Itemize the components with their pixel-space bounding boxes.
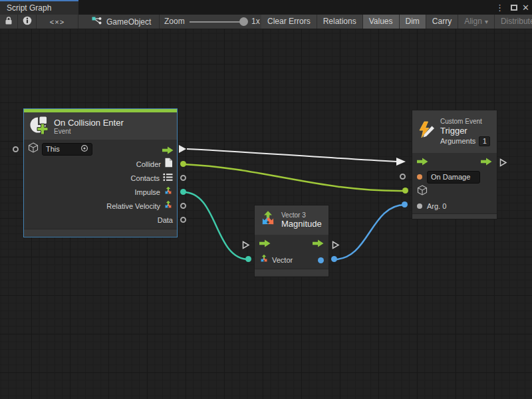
lock-button[interactable] [0,15,18,29]
trigger-node-header[interactable]: Custom Event Trigger Arguments 1 [412,110,497,153]
trigger-flow-out-port[interactable] [499,158,507,167]
collision-event-icon [29,116,48,137]
tab-script-graph[interactable]: Script Graph [0,0,78,15]
dim-toggle[interactable]: Dim [400,15,426,29]
flow-out-port-connected[interactable] [178,144,187,154]
trigger-node-supertitle: Custom Event [440,118,490,125]
vector-node-header[interactable]: Vector 3 Magnitude [255,205,329,235]
flow-in-arrow-icon[interactable] [417,156,428,168]
on-collision-enter-node[interactable]: On Collision Enter Event This [23,108,178,237]
list-icon [163,172,173,184]
vector-node-supertitle: Vector 3 [281,211,322,219]
cube-icon [28,142,39,156]
cube-icon [417,185,428,198]
toolbar-buttons: Clear Errors Relations Values Dim Carry … [261,15,532,29]
vector-node-title: Magnitude [281,219,322,229]
vector3-icon [164,186,173,198]
close-icon[interactable]: ✕ [522,0,529,15]
vector3-icon [164,200,173,212]
vector3-magnitude-node[interactable]: Vector 3 Magnitude Vector [254,205,329,277]
object-port-dot[interactable] [417,203,422,209]
clear-errors-button[interactable]: Clear Errors [261,15,317,29]
zoom-label: Zoom [164,15,185,29]
flow-out-arrow-icon[interactable] [481,156,492,168]
trigger-target-in-port[interactable] [402,188,408,194]
carry-button[interactable]: Carry [426,15,458,29]
tab-title: Script Graph [7,3,51,13]
tab-bar: Script Graph ⋮ ✕ [0,0,532,15]
event-node-title: On Collision Enter [54,118,124,128]
vector-flow-out-port[interactable] [332,241,340,249]
event-name-field[interactable]: On Damage [427,171,480,184]
unity-script-graph-window: Script Graph ⋮ ✕ <×> GameObject Zoom [0,0,532,399]
port-relative-velocity[interactable]: Relative Velocity [24,199,177,213]
vector3-icon [259,210,277,230]
event-node-footer [24,229,177,236]
trigger-node-body: On Damage Arg. 0 [412,153,497,213]
event-node-subtitle: Event [54,128,124,135]
port-collider[interactable]: Collider [24,157,177,171]
event-target-input-port[interactable] [13,146,19,152]
values-toggle[interactable]: Values [363,15,400,29]
trigger-node-footer [412,213,497,219]
event-node-body: This Collider Contacts [24,140,177,229]
chevron-down-icon: ▾ [485,18,488,25]
relative-velocity-out-port[interactable] [180,203,186,209]
trigger-arg0-in-port[interactable] [402,201,408,207]
trigger-node-title: Trigger [440,126,490,136]
port-data[interactable]: Data [24,213,177,227]
custom-event-icon [418,121,435,142]
info-icon [23,16,32,27]
event-node-header[interactable]: On Collision Enter Event [24,112,177,140]
zoom-slider[interactable] [190,21,246,23]
arguments-count-field[interactable]: 1 [479,136,490,146]
trigger-name-in-port[interactable] [400,174,406,180]
graph-target-label: GameObject [106,17,151,27]
target-picker-icon[interactable] [80,144,88,154]
port-target[interactable] [412,184,497,199]
collider-out-port[interactable] [180,161,186,167]
window-menu-icon[interactable]: ⋮ [495,0,504,15]
magnitude-out-port-connected[interactable] [331,256,337,262]
flow-in-arrow-icon[interactable] [259,238,271,250]
graph-icon [92,17,102,27]
port-event-name[interactable]: On Damage [412,170,497,184]
lock-icon [5,16,13,27]
target-self-field[interactable]: This [42,143,92,156]
data-out-port[interactable] [180,217,186,223]
vector-node-footer [255,269,329,276]
relations-button[interactable]: Relations [317,15,363,29]
flow-out-arrow-icon[interactable] [162,145,174,157]
script-source-button[interactable]: <×> [37,15,78,29]
vector-node-body: Vector [255,235,329,269]
zoom-value: 1x [251,15,260,29]
contacts-out-port[interactable] [180,175,186,181]
align-dropdown[interactable]: Align▾ [458,15,495,29]
graph-toolbar: <×> GameObject Zoom 1x Clear Errors Rela… [0,15,532,29]
impulse-out-port[interactable] [180,189,186,195]
code-icon: <×> [50,18,65,26]
string-port-dot[interactable] [417,174,422,180]
float-output-port[interactable] [318,257,324,263]
vector-in-port-connected[interactable] [245,256,251,262]
document-icon [164,158,173,170]
port-vector-input[interactable]: Vector [255,252,329,268]
maximize-icon[interactable] [511,0,517,15]
info-button[interactable] [18,15,37,29]
vector-flow-in-port[interactable] [242,241,250,249]
zoom-slider-handle[interactable] [239,17,248,26]
distribute-dropdown[interactable]: Distribute▾ [495,15,532,29]
port-impulse[interactable]: Impulse [24,185,177,199]
vector3-icon [259,254,269,266]
arguments-label: Arguments [440,137,475,145]
graph-target-button[interactable]: GameObject [78,15,160,29]
port-arg0[interactable]: Arg. 0 [412,199,497,213]
trigger-custom-event-node[interactable]: Custom Event Trigger Arguments 1 [412,110,497,219]
flow-out-arrow-icon[interactable] [313,238,324,250]
port-contacts[interactable]: Contacts [24,171,177,185]
